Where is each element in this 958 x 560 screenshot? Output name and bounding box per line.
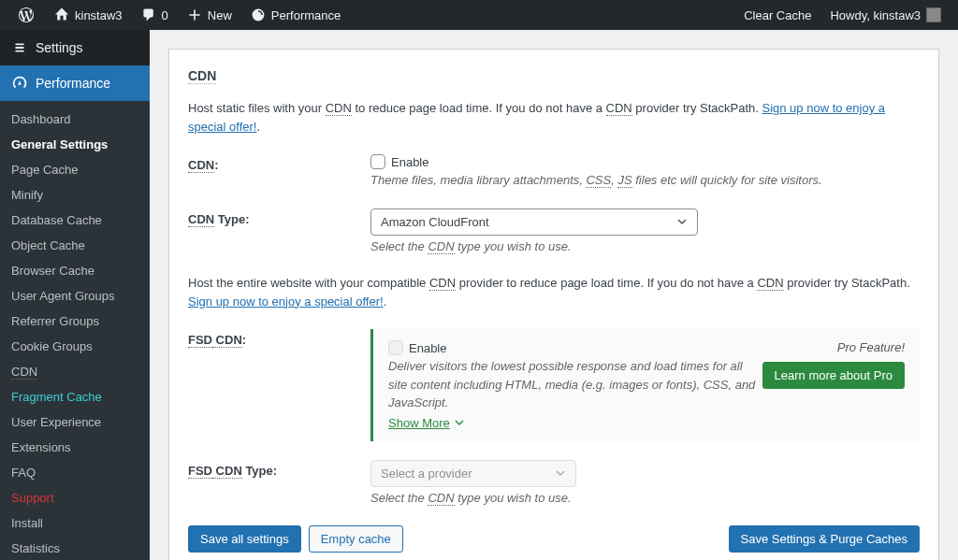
enable-label: Enable	[391, 155, 428, 169]
chevron-down-icon	[676, 216, 688, 227]
performance-icon	[251, 7, 266, 22]
sidebar-item-page-cache[interactable]: Page Cache	[0, 157, 150, 182]
cdn-help-text: Theme files, media library attachments, …	[370, 171, 920, 190]
sidebar-submenu: Dashboard General Settings Page Cache Mi…	[0, 101, 150, 560]
sidebar-item-dashboard[interactable]: Dashboard	[0, 107, 150, 132]
comment-icon	[141, 7, 156, 22]
wp-logo[interactable]	[9, 0, 43, 30]
clear-cache-link[interactable]: Clear Cache	[736, 0, 819, 30]
plus-icon	[187, 7, 202, 22]
fsd-enable-checkbox	[388, 340, 403, 355]
sidebar-item-minify[interactable]: Minify	[0, 182, 150, 208]
sidebar-item-database-cache[interactable]: Database Cache	[0, 208, 150, 233]
show-more-link[interactable]: Show More	[388, 416, 465, 430]
new-content-link[interactable]: New	[180, 0, 240, 30]
fsd-signup-link[interactable]: Sign up now to enjoy a special offer!	[188, 294, 384, 309]
clear-cache-label: Clear Cache	[744, 8, 811, 22]
avatar	[926, 7, 941, 22]
performance-header-label: Performance	[36, 76, 110, 91]
sidebar-item-support[interactable]: Support	[0, 485, 150, 510]
intro-text: Host static files with your CDN to reduc…	[188, 99, 920, 136]
admin-sidebar: Settings Performance Dashboard General S…	[0, 30, 150, 560]
cdn-enable-checkbox[interactable]	[370, 154, 385, 169]
cdn-label: CDN:	[188, 154, 370, 172]
save-purge-button[interactable]: Save Settings & Purge Caches	[729, 525, 921, 553]
slider-icon	[11, 39, 28, 56]
sidebar-item-cookie-groups[interactable]: Cookie Groups	[0, 334, 150, 359]
howdy-prefix: Howdy,	[830, 8, 869, 22]
sidebar-item-object-cache[interactable]: Object Cache	[0, 233, 150, 258]
pro-badge: Pro Feature!	[762, 340, 905, 354]
sidebar-item-fragment-cache[interactable]: Fragment Cache	[0, 384, 150, 409]
cdn-type-label: CDN Type:	[188, 208, 370, 226]
empty-cache-button[interactable]: Empty cache	[309, 525, 403, 553]
sidebar-item-browser-cache[interactable]: Browser Cache	[0, 258, 150, 283]
gauge-icon	[11, 75, 28, 92]
learn-more-button[interactable]: Learn more about Pro	[762, 362, 905, 389]
sidebar-item-extensions[interactable]: Extensions	[0, 435, 150, 460]
site-name-label: kinstaw3	[75, 8, 123, 22]
sidebar-item-general-settings[interactable]: General Settings	[0, 132, 150, 157]
cdn-type-value: Amazon CloudFront	[381, 215, 489, 229]
sidebar-item-user-agent-groups[interactable]: User Agent Groups	[0, 283, 150, 309]
sidebar-item-faq[interactable]: FAQ	[0, 460, 150, 485]
cdn-type-select[interactable]: Amazon CloudFront	[370, 208, 698, 236]
fsd-type-placeholder: Select a provider	[381, 467, 472, 481]
chevron-down-icon	[454, 417, 465, 428]
section-heading: CDN	[188, 68, 216, 84]
cdn-type-help: Select the CDN type you wish to use.	[370, 237, 920, 256]
performance-link[interactable]: Performance	[243, 0, 348, 30]
sidebar-item-user-experience[interactable]: User Experience	[0, 409, 150, 435]
sidebar-settings[interactable]: Settings	[0, 30, 150, 65]
sidebar-item-cdn[interactable]: CDN	[0, 359, 150, 384]
fsd-type-help: Select the CDN type you wish to use.	[370, 489, 920, 508]
fsd-type-label: FSD CDN Type:	[188, 460, 370, 478]
settings-label: Settings	[36, 40, 83, 55]
home-icon	[54, 7, 69, 22]
fsd-intro-text: Host the entire website with your compat…	[188, 274, 920, 310]
fsd-enable-label: Enable	[409, 341, 446, 355]
site-link[interactable]: kinstaw3	[47, 0, 130, 30]
sidebar-item-statistics[interactable]: Statistics	[0, 536, 150, 560]
new-label: New	[208, 8, 232, 22]
comments-count: 0	[162, 8, 168, 22]
performance-label: Performance	[271, 8, 341, 22]
sidebar-performance-header[interactable]: Performance	[0, 65, 150, 101]
fsd-help-text: Deliver visitors the lowest possible res…	[388, 357, 762, 412]
wordpress-icon	[17, 6, 36, 24]
sidebar-item-install[interactable]: Install	[0, 510, 150, 536]
user-menu[interactable]: Howdy, kinstaw3	[822, 0, 949, 30]
chevron-down-icon	[555, 467, 566, 479]
sidebar-item-referrer-groups[interactable]: Referrer Groups	[0, 309, 150, 334]
username-label: kinstaw3	[873, 8, 921, 22]
fsd-cdn-label: FSD CDN:	[188, 329, 370, 347]
fsd-type-select: Select a provider	[370, 460, 576, 487]
save-all-button[interactable]: Save all settings	[188, 525, 301, 553]
main-content: CDN Host static files with your CDN to r…	[150, 30, 958, 560]
comments-link[interactable]: 0	[134, 0, 176, 30]
